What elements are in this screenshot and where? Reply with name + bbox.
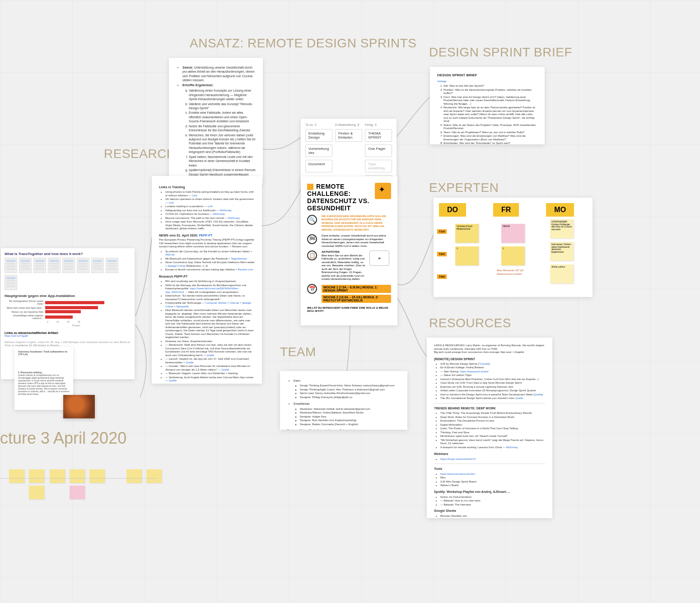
flag-icon: 🏁: [307, 234, 317, 244]
sticky-note[interactable]: Interviewer: Drehen diese Dashboards dez…: [550, 242, 574, 261]
links-list: Using phones to track Florida spring-bre…: [159, 190, 255, 231]
kanban-col-done: Fertig: [365, 123, 373, 126]
kanban-col-todo: To do: [305, 123, 313, 126]
bar-chart-title: Hauptgründe gegen eine App-Installation: [5, 294, 131, 298]
list-item: https://hopin.to/events/N2nX7: [440, 458, 545, 461]
news-link[interactable]: PEPP-PT: [199, 234, 212, 237]
list-item: https://www.sessionLcom/en/: [440, 473, 545, 476]
resources-doc[interactable]: LINKS & RESSOURCEN: Larry Martin, co-org…: [427, 338, 552, 518]
news-title: NEWS vom 01. April 2020:: [159, 234, 198, 237]
sticky-note[interactable]: INTERVIEWER: Kristian Hollberger alle In…: [550, 219, 574, 238]
day-tab-fr[interactable]: FR: [493, 203, 519, 217]
row-label: T1/H: [437, 229, 447, 234]
res-tools-title: Tools: [434, 467, 545, 471]
news-bullets: So erkennt die Corona-App, ob Sie Kontak…: [159, 250, 255, 272]
list-item: — Verbreitung: Auch Angela Merkel würde …: [165, 376, 255, 383]
kanban-card[interactable]: One Pager: [365, 144, 392, 157]
res-bigtech: Big tech could emerge from coronavirus c…: [434, 351, 545, 354]
poster-blurb-1: DIE EUROPÄISCHEN VIRUSWARN-APPS SOLLEN M…: [322, 215, 391, 232]
erhoffte-list: Validierung eines Konzepts zur Lösung ei…: [182, 88, 256, 176]
poster-blurb-2: Diese einfache, unserer Gesellschaft dur…: [322, 234, 391, 248]
list-item: Spaß haben, faszinierende Leute und mit …: [189, 155, 256, 167]
kanban-card[interactable]: Vorbereitung des: [305, 144, 332, 157]
poster-cta: WILLST DU MITMACHEN? DANN FINDE EINE ROL…: [307, 306, 391, 313]
res-trends-list: The ONE Thing: The Surprisingly Simple T…: [434, 412, 545, 449]
team-doc[interactable]: Kern Design Thinking Expert/Visual Artis…: [280, 371, 407, 430]
list-item: Datenschutz: "Es werden keine persönlich…: [165, 294, 255, 301]
list-item: (später/optional) Erkenntnisse in einem …: [189, 168, 256, 176]
day-tab-mo[interactable]: MO: [546, 203, 574, 217]
list-item: "Mit Sicherheit gesund, Haus beruf macht…: [440, 439, 545, 445]
heading-ansatz: ANSATZ: REMOTE DESIGN SPRINTS: [190, 36, 416, 51]
list-item: Nutze die Fallstudie und gewonnene Erken…: [189, 124, 256, 133]
list-item: Invision's Enterprise Best Practices. On…: [440, 378, 545, 381]
list-item: — Beispiel: The Interview: [440, 503, 545, 507]
list-item: Validierung eines Konzepts zur Lösung ei…: [189, 88, 256, 101]
list-item: Designer: Holger Fest: [300, 415, 400, 419]
list-item: Mit Bluetooth und Datenschutz gegen die …: [165, 257, 255, 261]
list-item: Recherche: Wie lange hast du an dem Them…: [443, 106, 537, 123]
brief-vorlage-link[interactable]: Vorlage: [437, 80, 537, 83]
row-label: T3/H: [437, 274, 447, 279]
list-item: Ex-AJSmart Kollege: Andrej Brisiere: [440, 366, 545, 370]
res-intro: LINKS & RESSOURCEN: Larry Martin, co-org…: [434, 344, 545, 351]
poster-badge-2: WOCHE 2 (13.04. - 15./16.) MODUL 2: PROT…: [322, 295, 391, 303]
list-item: Entscheider: Wer wird der "Entscheider" …: [443, 142, 537, 144]
list-item: Validiere und verbreite das Konzept "Rem…: [189, 102, 256, 111]
zweck-label: Zweck:: [182, 66, 193, 69]
day-tab-do[interactable]: DO: [439, 203, 466, 217]
list-item: Deep Work: Rules for Focused Success in …: [440, 416, 545, 419]
list-item: Virus usage stats from Microsoft, AT&T, …: [165, 220, 255, 231]
res-webinars-title: Webinars: [434, 452, 545, 456]
sticky-note[interactable]: Alisha sollizur: [550, 264, 574, 283]
list-item: Erwartungen: Was sind die Erwartungen vo…: [443, 135, 537, 141]
list-item: Design Thinking/Agile Coach: Alex Thalma…: [300, 388, 400, 392]
list-item: — Sein Startup: https://easywork.studio/: [440, 370, 545, 374]
list-item: Thinking, Fast and Slow: [440, 431, 545, 435]
list-item: COVID-19: Implications for business — Mc…: [165, 213, 255, 216]
ansatz-doc[interactable]: Zweck: Unterstützung unserer Gesellschaf…: [169, 58, 263, 184]
magnifier-icon: 🔍: [307, 215, 317, 225]
list-item: Funktionalität der Technologie — Compute…: [165, 302, 255, 308]
sticky-note[interactable]: ?: [501, 246, 525, 265]
list-item: Beyond coronavirus: The path to the next…: [165, 217, 255, 220]
photo-thumbnail[interactable]: [63, 395, 95, 418]
poster-title-3: GESUNDHEIT: [307, 204, 372, 212]
sticky-note[interactable]: HEIKE!: [501, 224, 525, 243]
kanban-card[interactable]: Finden & Einladen: [335, 129, 362, 142]
res-sheets-title: Google Sheets: [434, 509, 545, 513]
list-item: Quiet: The Power of Introverts in a Worl…: [440, 427, 545, 431]
kanban-card[interactable]: THEMA SPRINT: [365, 129, 392, 142]
small-doc-1-title: Autonomy Accelerator: Track aufbewahren …: [18, 350, 70, 356]
res-spotify-title: Spotify: Workshop Playlist von Andrej, A…: [434, 490, 545, 494]
list-item: — Beispiel: How to run user tests: [440, 499, 545, 503]
poster-badge-1: WOCHE 1 (7.04. - 8./9.04.) MODUL 1: DESI…: [322, 285, 391, 293]
kanban-card-placeholder[interactable]: Type something: [365, 160, 392, 172]
list-item: Miro: [440, 476, 545, 480]
sticky-note[interactable]: ?: [455, 246, 479, 265]
list-item: — Launch: Geplant ist, die App bis zum 1…: [165, 357, 255, 364]
list-item: A blueprint for remote working: Lessons …: [440, 446, 545, 450]
list-item: — Seine 1H Lektion Tipps: [440, 374, 545, 377]
list-item: Artikel ueber Corporate Innovation (3i M…: [440, 389, 545, 393]
brief-doc[interactable]: DESIGN SPRINT BRIEF Vorlage Ziel: Was is…: [430, 67, 545, 144]
research-doc[interactable]: Links re Tracking Using phones to track …: [152, 176, 262, 384]
list-item: Case Study von AJS: From Idea to App Sto…: [440, 381, 545, 385]
chart-link[interactable]: https://osf.io/7vgq9/: [5, 334, 131, 338]
experten-board[interactable]: DO FR MO T1/H T2/H T3/H Christian Kirsch…: [434, 198, 593, 297]
sticky-note[interactable]: Christian Kirsch #Datenschutz: [455, 224, 479, 243]
res-rds-title: (REMOTE) DESIGN SPRINT: [434, 357, 545, 361]
list-item: NINA ist die Warnapp des Bundesamts für …: [165, 284, 255, 294]
kanban-card[interactable]: Erstellung Design: [305, 129, 332, 142]
list-item: Ziel: Was ist das Ziel des Sprints?: [443, 84, 537, 88]
res-trends-title: TRENDS BEHIND REMOTE: DEEP WORK: [434, 406, 545, 410]
heading-brief: DESIGN SPRINT BRIEF: [429, 45, 572, 60]
heading-experten: EXPERTEN: [429, 181, 499, 195]
list-item: Erstelle eine Fallstudie, indem wir alle…: [189, 111, 256, 123]
erhoffte-label: Erhoffte Ergebnisse:: [182, 83, 214, 87]
bar-chart-axis: 0102030: [47, 320, 131, 323]
res-spotify-list: Notion zur Dokumentation— Beispiel: How …: [434, 496, 545, 507]
challenge-poster[interactable]: REMOTE CHALLENGE: DATENSCHUTZ VS. GESUND…: [301, 176, 397, 325]
design-sprint-badge-icon: [375, 183, 391, 199]
kanban-card[interactable]: Document: [305, 160, 332, 172]
